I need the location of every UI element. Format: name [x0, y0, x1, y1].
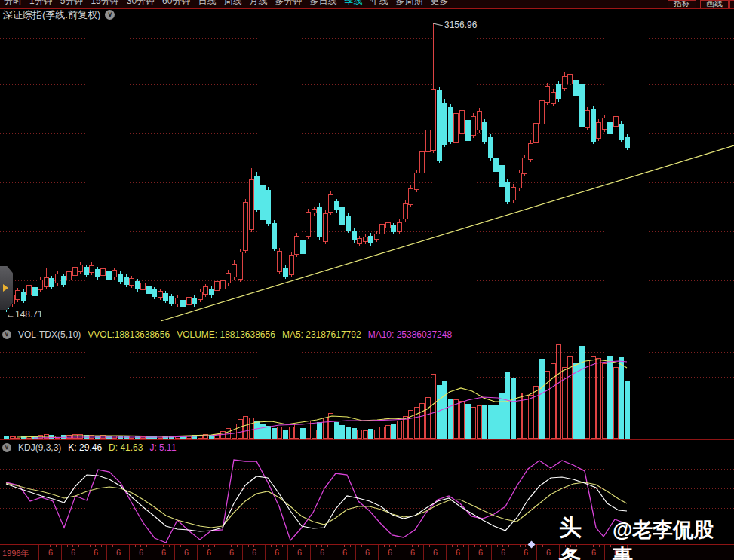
quarter-tick: [474, 545, 475, 547]
year-separator: [468, 545, 469, 560]
menu-item-period[interactable]: 季线: [344, 0, 362, 8]
candle-body: [579, 84, 585, 127]
kdj-indicator-name[interactable]: KDJ(9,3,3): [18, 442, 61, 453]
volume-bar: [528, 395, 533, 439]
candle-body: [180, 300, 186, 307]
menu-item-period[interactable]: 周线: [223, 0, 241, 8]
quarter-tick: [271, 545, 272, 547]
ma5-value: MA5: 23187617792: [282, 329, 361, 340]
quarter-tick: [344, 545, 345, 547]
volume-bar: [465, 404, 471, 439]
candle-body: [260, 185, 266, 220]
volume-bar: [591, 356, 596, 439]
menu-item-period[interactable]: 15分钟: [91, 0, 118, 8]
quarter-tick: [395, 545, 396, 547]
candle-body: [61, 276, 66, 285]
candle-body: [106, 271, 112, 280]
candle-body: [203, 286, 208, 295]
candle-body: [505, 182, 510, 202]
candle-body: [556, 84, 561, 99]
quarter-tick: [231, 545, 232, 547]
menu-item-period[interactable]: 年线: [370, 0, 388, 8]
k-value: K: 29.46: [68, 442, 102, 453]
collapse-chevron-icon[interactable]: ∨: [2, 330, 11, 339]
menu-item-period[interactable]: 更多: [430, 0, 448, 8]
candle-body: [567, 74, 573, 84]
menu-item-period[interactable]: 60分钟: [162, 0, 190, 8]
toolbar-button-partial[interactable]: [729, 0, 734, 9]
volume-bar: [425, 397, 431, 439]
volume-bar: [511, 378, 516, 439]
menu-item-period[interactable]: 5分钟: [60, 0, 84, 8]
menu-item-period[interactable]: 分时: [4, 0, 22, 8]
menu-item-period[interactable]: 30分钟: [127, 0, 155, 8]
candle-body: [477, 111, 482, 130]
volume-bar: [374, 430, 379, 439]
menu-item-period[interactable]: 多日线: [309, 0, 336, 8]
collapse-chevron-icon[interactable]: ∨: [2, 443, 11, 452]
quarter-tick: [299, 545, 299, 547]
month-tick-label: 6: [342, 548, 347, 557]
year-label: 1996年: [2, 548, 29, 559]
quarter-tick: [56, 545, 57, 547]
volume-bar: [459, 401, 465, 439]
volume-bar: [254, 421, 260, 439]
month-tick-label: 6: [275, 548, 279, 557]
menu-item-period[interactable]: 日线: [198, 0, 216, 8]
volume-bar: [363, 430, 368, 439]
volume-bar: [414, 407, 419, 439]
volume-bar: [220, 431, 226, 439]
quarter-tick: [321, 545, 322, 547]
quarter-tick: [226, 545, 226, 547]
gridline: [0, 488, 734, 489]
candle-body: [385, 222, 391, 228]
menu-item-period[interactable]: 多周期: [395, 0, 422, 8]
low-price-label: ←148.71: [6, 309, 43, 320]
candle-body: [551, 92, 556, 104]
kdj-pane-header: ∨ KDJ(9,3,3) K: 29.46 D: 41.63 J: 5.11: [2, 442, 177, 453]
right-triangle-icon: [3, 284, 8, 292]
month-tick-label: 6: [456, 548, 460, 557]
volume-bar: [238, 419, 243, 439]
volume-indicator-name[interactable]: VOL-TDX(5,10): [18, 329, 81, 340]
quarter-tick: [276, 545, 277, 547]
drawline-button[interactable]: 画线: [700, 0, 729, 9]
volume-bar: [339, 425, 345, 439]
candle-body: [499, 165, 505, 187]
gridline: [0, 377, 734, 378]
candle-body: [312, 209, 317, 213]
candle-body: [488, 137, 493, 158]
candle-body: [232, 264, 237, 277]
pane-separator: [0, 439, 734, 440]
volume-value: VOLUME: 18813638656: [177, 329, 275, 340]
pane-separator: [0, 326, 734, 326]
volume-bar: [266, 426, 271, 439]
menu-item-period[interactable]: 1分钟: [29, 0, 53, 8]
candle-body: [596, 122, 601, 139]
menu-item-period[interactable]: 月线: [249, 0, 267, 8]
quarter-tick: [118, 545, 118, 547]
volume-bar: [477, 405, 482, 439]
year-separator: [106, 545, 107, 560]
quarter-tick: [214, 545, 215, 547]
menu-item-period[interactable]: 多分钟: [275, 0, 302, 8]
quarter-tick: [429, 545, 430, 547]
gridline: [0, 352, 734, 353]
volume-bar: [300, 428, 306, 439]
scroll-left-widget[interactable]: [0, 266, 13, 310]
chevron-down-icon[interactable]: ∨: [105, 10, 115, 20]
volume-bar: [379, 427, 385, 439]
quarter-tick: [373, 545, 373, 547]
quarter-tick: [508, 545, 509, 547]
gridline: [0, 133, 734, 134]
candle-body: [533, 123, 539, 143]
volume-bar: [607, 356, 613, 439]
candle-body: [465, 120, 471, 141]
candle-body: [493, 158, 499, 172]
volume-bar: [419, 403, 425, 439]
indicator-button[interactable]: 指标: [668, 0, 696, 9]
quarter-tick: [135, 545, 136, 547]
month-tick-label: 6: [71, 548, 75, 557]
quarter-tick: [253, 545, 254, 547]
volume-bar: [346, 427, 351, 439]
